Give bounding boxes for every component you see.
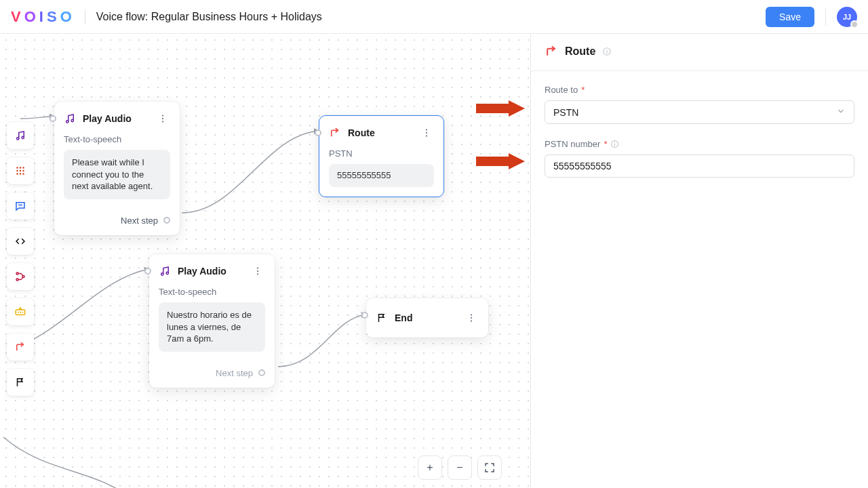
svg-point-16 <box>20 312 21 313</box>
branch-icon <box>14 270 26 283</box>
label-text: PSTN number <box>545 139 600 149</box>
required-marker: * <box>604 139 607 149</box>
svg-point-10 <box>22 173 24 174</box>
zoom-controls: + − <box>418 455 502 480</box>
node-route[interactable]: Route PSTN 55555555555 <box>319 115 444 197</box>
svg-point-2 <box>16 167 18 168</box>
kebab-menu[interactable] <box>250 262 265 280</box>
svg-point-20 <box>162 115 163 116</box>
node-title: Route <box>348 127 375 138</box>
port-out[interactable] <box>163 217 170 224</box>
svg-point-26 <box>161 273 163 275</box>
logo-letter: I <box>39 8 45 26</box>
svg-point-4 <box>22 167 24 168</box>
node-toolbar <box>7 122 34 396</box>
route-type-label: PSTN <box>329 148 434 159</box>
next-step-row: Next step <box>54 209 180 235</box>
info-icon[interactable] <box>602 47 612 56</box>
logo-letter: O <box>24 8 38 26</box>
panel-header: Route <box>531 34 868 71</box>
node-play-audio-1[interactable]: Play Audio Text-to-speech Please wait wh… <box>54 102 180 235</box>
svg-point-17 <box>22 312 23 313</box>
route-icon <box>329 127 341 139</box>
divider <box>825 8 826 26</box>
kebab-icon <box>252 265 264 277</box>
kebab-menu[interactable] <box>464 309 479 327</box>
kebab-menu[interactable] <box>155 110 170 127</box>
field-label: PSTN number * <box>545 139 854 149</box>
tool-message[interactable] <box>7 192 34 220</box>
label-text: Route to <box>545 85 578 95</box>
logo-letter: V <box>11 8 23 26</box>
route-icon <box>545 45 558 58</box>
zoom-out-button[interactable]: − <box>448 455 472 480</box>
next-step-label: Next step <box>121 216 158 226</box>
annotation-arrow-pstn <box>476 153 526 169</box>
node-text: Please wait while I connect you to the n… <box>64 150 170 199</box>
tool-end[interactable] <box>7 369 34 396</box>
field-route-to: Route to * PSTN <box>545 85 854 124</box>
port-in[interactable] <box>315 129 321 136</box>
svg-point-9 <box>20 173 21 174</box>
svg-point-12 <box>16 279 18 281</box>
kebab-menu[interactable] <box>419 124 434 142</box>
kebab-icon <box>420 127 433 139</box>
svg-point-19 <box>71 119 73 121</box>
panel-body: Route to * PSTN PSTN number * <box>531 71 868 206</box>
node-header: Play Audio <box>54 102 180 134</box>
panel-title: Route <box>565 45 595 58</box>
port-in[interactable] <box>144 268 151 274</box>
port-out[interactable] <box>258 369 265 376</box>
header-right: Save JJ <box>766 7 857 27</box>
code-icon <box>14 235 26 247</box>
flow-canvas[interactable]: Play Audio Text-to-speech Please wait wh… <box>0 34 530 488</box>
node-play-audio-2[interactable]: Play Audio Text-to-speech Nuestro horari… <box>149 254 275 388</box>
svg-point-25 <box>426 135 427 136</box>
pstn-number-input[interactable] <box>545 155 854 178</box>
svg-point-23 <box>426 129 427 130</box>
node-subtitle: Text-to-speech <box>64 134 170 144</box>
svg-point-0 <box>17 138 19 140</box>
svg-point-24 <box>426 132 427 134</box>
svg-rect-38 <box>614 143 615 146</box>
main: Play Audio Text-to-speech Please wait wh… <box>0 34 868 488</box>
svg-point-32 <box>471 317 472 319</box>
svg-point-13 <box>22 276 24 278</box>
next-step-label: Next step <box>216 368 253 378</box>
node-header: Play Audio <box>149 254 275 287</box>
save-button[interactable]: Save <box>766 7 814 27</box>
fullscreen-button[interactable] <box>477 455 502 480</box>
divider <box>85 9 85 24</box>
logo-letter: S <box>47 8 59 26</box>
properties-panel: Route Route to * PSTN PSTN <box>530 34 868 488</box>
avatar[interactable]: JJ <box>837 7 857 27</box>
node-header: Route <box>319 116 443 148</box>
required-marker: * <box>581 85 585 95</box>
chevron-down-icon <box>836 106 846 118</box>
plus-icon: + <box>427 462 433 474</box>
kebab-icon <box>465 312 477 324</box>
canvas-wrap: Play Audio Text-to-speech Please wait wh… <box>0 34 530 488</box>
node-end[interactable]: End <box>366 298 488 338</box>
tool-dialpad[interactable] <box>7 157 34 184</box>
port-in[interactable] <box>50 115 56 122</box>
svg-rect-35 <box>607 51 608 54</box>
zoom-in-button[interactable]: + <box>418 455 442 480</box>
tool-play-audio[interactable] <box>7 122 34 149</box>
tool-code[interactable] <box>7 228 34 255</box>
dialpad-icon <box>14 165 26 177</box>
svg-point-28 <box>257 267 258 268</box>
node-title: Play Audio <box>83 113 132 124</box>
info-icon[interactable] <box>610 140 619 148</box>
node-header: End <box>366 298 488 338</box>
tool-voicemail[interactable] <box>7 298 34 325</box>
svg-point-29 <box>257 270 258 272</box>
svg-point-5 <box>16 170 18 171</box>
port-in[interactable] <box>361 312 368 319</box>
route-to-select[interactable]: PSTN <box>545 100 854 124</box>
tool-branch[interactable] <box>7 263 34 290</box>
tool-route[interactable] <box>7 333 34 361</box>
svg-rect-36 <box>607 49 608 50</box>
header-left: V O I S O Voice flow: Regular Business H… <box>11 8 322 26</box>
node-body: PSTN 55555555555 <box>319 148 443 197</box>
